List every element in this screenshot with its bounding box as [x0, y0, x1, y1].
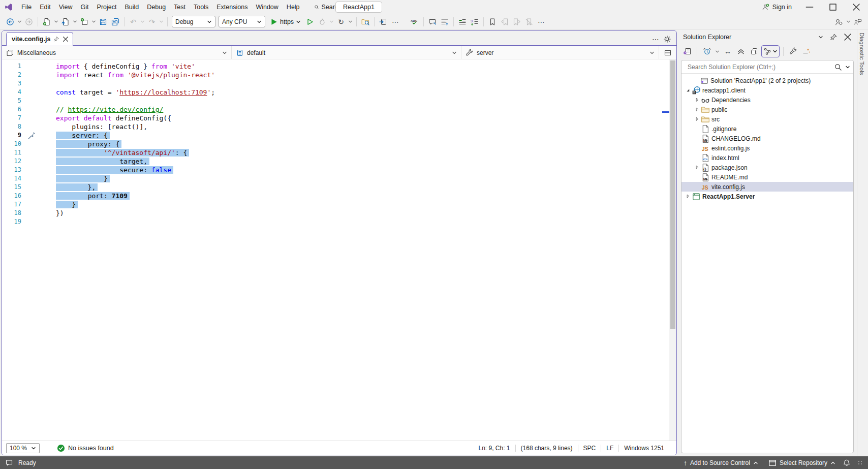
- close-panel-icon[interactable]: [844, 33, 852, 41]
- zoom-select[interactable]: 100 %: [6, 443, 40, 453]
- live-share-menu[interactable]: [845, 16, 852, 28]
- menu-edit[interactable]: Edit: [36, 0, 55, 14]
- sign-in-button[interactable]: Sign in: [755, 0, 798, 14]
- clear-bookmarks-button[interactable]: [523, 16, 535, 28]
- solution-configurations-combo[interactable]: Debug: [172, 16, 215, 27]
- save-button[interactable]: [97, 16, 109, 28]
- code-line-10[interactable]: 10 proxy: {: [2, 140, 676, 148]
- tree-item-public[interactable]: public: [681, 105, 853, 114]
- select-repository-button[interactable]: Select Repository: [765, 456, 839, 469]
- open-file-button[interactable]: [59, 16, 72, 28]
- menu-git[interactable]: Git: [77, 0, 93, 14]
- code-line-19[interactable]: 19: [2, 217, 676, 226]
- tree-item-dependencies[interactable]: Dependencies: [681, 95, 853, 105]
- code-line-13[interactable]: 13 secure: false: [2, 166, 676, 174]
- menu-help[interactable]: Help: [283, 0, 304, 14]
- pending-changes-filter-menu[interactable]: [714, 45, 721, 57]
- issues-indicator[interactable]: No issues found: [57, 444, 114, 452]
- chevron-down-icon[interactable]: [818, 35, 823, 40]
- feedback-bubble-icon[interactable]: [5, 459, 13, 467]
- tree-item-package.json[interactable]: {}package.json: [681, 163, 853, 172]
- code-editor[interactable]: 1import { defineConfig } from 'vite'2imp…: [2, 59, 676, 441]
- redo-menu[interactable]: [158, 16, 165, 28]
- pin-icon[interactable]: [829, 33, 838, 41]
- menu-test[interactable]: Test: [170, 0, 190, 14]
- open-file-menu[interactable]: [72, 16, 78, 28]
- find-in-files-button[interactable]: [359, 16, 371, 28]
- maximize-button[interactable]: [821, 0, 845, 14]
- tree-item-eslint.config.js[interactable]: JSeslint.config.js: [681, 143, 853, 153]
- chevron-down-icon[interactable]: [845, 65, 850, 70]
- menu-window[interactable]: Window: [252, 0, 282, 14]
- collapse-all-button[interactable]: [735, 45, 747, 57]
- encoding-indicator[interactable]: Windows 1251: [619, 445, 669, 452]
- copy-properties-button[interactable]: [748, 45, 760, 57]
- restart-menu[interactable]: [347, 16, 354, 28]
- expand-arrow-icon[interactable]: [693, 116, 701, 122]
- hot-reload-button[interactable]: [316, 16, 328, 28]
- next-bookmark-button[interactable]: [511, 16, 523, 28]
- code-line-17[interactable]: 17 }: [2, 200, 676, 209]
- menu-file[interactable]: File: [17, 0, 36, 14]
- member-dropdown[interactable]: server: [461, 46, 659, 59]
- expand-arrow-icon[interactable]: [693, 165, 701, 170]
- code-line-2[interactable]: 2import react from '@vitejs/plugin-react…: [2, 71, 676, 79]
- expand-arrow-icon[interactable]: [684, 194, 692, 199]
- spell-checker-button[interactable]: ABC: [409, 16, 421, 28]
- code-line-15[interactable]: 15 },: [2, 183, 676, 192]
- live-share-button[interactable]: [833, 16, 845, 28]
- add-item-menu[interactable]: [90, 16, 97, 28]
- tree-item-reactapp1.server[interactable]: ReactApp1.Server: [681, 192, 853, 201]
- undo-menu[interactable]: [139, 16, 146, 28]
- split-editor-button[interactable]: [659, 46, 676, 59]
- add-item-button[interactable]: [78, 16, 90, 28]
- switch-views-button[interactable]: [681, 45, 693, 57]
- start-without-debugging-button[interactable]: [304, 16, 316, 28]
- menu-project[interactable]: Project: [93, 0, 121, 14]
- code-line-4[interactable]: 4const target = 'https://localhost:7109'…: [2, 88, 676, 97]
- code-line-6[interactable]: 6// https://vite.dev/config/: [2, 105, 676, 114]
- tree-item-src[interactable]: src: [681, 114, 853, 124]
- scrollbar-thumb[interactable]: [670, 60, 675, 329]
- resize-grip[interactable]: [858, 460, 863, 465]
- type-dropdown[interactable]: default: [232, 46, 461, 59]
- code-line-14[interactable]: 14 }: [2, 174, 676, 183]
- close-button[interactable]: [845, 0, 868, 14]
- preview-selected-items-button[interactable]: [800, 45, 813, 57]
- start-debugging-button[interactable]: https: [267, 16, 304, 28]
- expand-arrow-icon[interactable]: [693, 107, 701, 112]
- code-line-11[interactable]: 11 '^/vintasoft/api/': {: [2, 148, 676, 157]
- solution-platforms-combo[interactable]: Any CPU: [219, 16, 265, 27]
- sort-lines-button[interactable]: 9: [469, 16, 481, 28]
- code-line-7[interactable]: 7export default defineConfig({: [2, 114, 676, 122]
- minimize-button[interactable]: [798, 0, 821, 14]
- ide-navigator-button[interactable]: [377, 16, 389, 28]
- solution-layout-toggle[interactable]: [761, 45, 780, 57]
- tree-item-solution-reactapp1-2-of-2-projects-[interactable]: Solution 'ReactApp1' (2 of 2 projects): [681, 76, 853, 85]
- tree-item-changelog.md[interactable]: MCHANGELOG.md: [681, 134, 853, 143]
- send-feedback-button[interactable]: [852, 16, 864, 28]
- restart-button[interactable]: ↻: [335, 16, 347, 28]
- redo-button[interactable]: ↷: [146, 16, 158, 28]
- navigate-forward-button[interactable]: [23, 16, 35, 28]
- code-line-16[interactable]: 16 port: 7109: [2, 192, 676, 200]
- new-file-menu[interactable]: [53, 16, 59, 28]
- tree-item-vite.config.js[interactable]: JSvite.config.js: [681, 182, 853, 192]
- toolbar-overflow-button[interactable]: ⋯: [389, 16, 401, 28]
- code-line-12[interactable]: 12 target,: [2, 157, 676, 166]
- tab-overflow-icon[interactable]: ⋯: [652, 36, 659, 43]
- code-line-9[interactable]: 9 server: {: [2, 131, 676, 140]
- bookmarks-overflow-button[interactable]: ⋯: [535, 16, 547, 28]
- format-document-button[interactable]: [439, 16, 451, 28]
- sync-with-active-document-button[interactable]: ↔: [722, 45, 734, 57]
- notifications-bell-icon[interactable]: [843, 459, 851, 467]
- code-line-5[interactable]: 5: [2, 97, 676, 105]
- undo-button[interactable]: ↶: [127, 16, 139, 28]
- project-dropdown[interactable]: Miscellaneous: [2, 46, 232, 59]
- eol-indicator[interactable]: LF: [601, 445, 618, 452]
- indent-lines-button[interactable]: [456, 16, 469, 28]
- menu-view[interactable]: View: [55, 0, 77, 14]
- hot-reload-menu[interactable]: [328, 16, 335, 28]
- indentation-indicator[interactable]: SPC: [578, 445, 601, 452]
- code-line-18[interactable]: 18}): [2, 209, 676, 217]
